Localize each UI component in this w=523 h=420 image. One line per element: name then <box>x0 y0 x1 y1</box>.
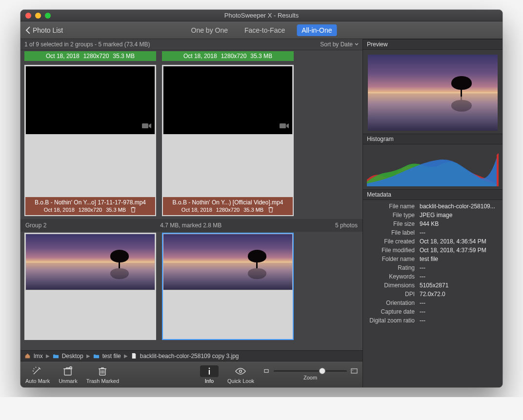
metadata-key: File type <box>366 212 420 219</box>
metadata-key: Keywords <box>366 273 420 280</box>
svg-rect-1 <box>280 123 286 128</box>
result-card[interactable]: B.o.B - Nothin' On Y...o] 17-11-17-978.m… <box>24 65 156 216</box>
back-label: Photo List <box>33 26 63 34</box>
metadata-key: Digital zoom ratio <box>366 317 420 324</box>
card-padding <box>163 290 293 339</box>
metadata-value: --- <box>420 264 498 271</box>
photo-thumbnail <box>163 234 293 290</box>
metadata-key: File size <box>366 220 420 227</box>
view-mode-segmented: One by One Face-to-Face All-in-One <box>186 24 337 36</box>
zoom-small-icon <box>263 368 270 374</box>
result-card[interactable] <box>24 233 156 340</box>
metadata-header: Metadata <box>363 189 503 200</box>
sort-menu[interactable]: Sort by Date <box>320 41 359 48</box>
auto-mark-button[interactable]: Auto Mark <box>25 365 50 384</box>
info-button[interactable]: Info <box>200 365 219 384</box>
metadata-value: --- <box>420 300 498 306</box>
trash-marked-button[interactable]: Trash Marked <box>86 365 119 384</box>
segment-all-in-one[interactable]: All-in-One <box>297 24 337 36</box>
back-to-photo-list[interactable]: Photo List <box>25 26 63 34</box>
button-label: Auto Mark <box>25 378 50 384</box>
metadata-key: Orientation <box>366 300 420 306</box>
result-card[interactable]: B.o.B - Nothin' On Y...) [Official Video… <box>162 65 294 216</box>
photo-thumbnail <box>25 234 155 290</box>
wand-icon <box>31 366 44 377</box>
metadata-row: Capture date--- <box>363 307 503 316</box>
zoom-label: Zoom <box>303 375 317 380</box>
metadata-value: --- <box>420 308 498 315</box>
metadata-key: File label <box>366 229 420 236</box>
trash-icon <box>130 206 137 213</box>
group2-row <box>20 232 362 343</box>
cap-size: 35.3 MB <box>243 207 263 213</box>
metadata-value: 5105x2871 <box>420 282 498 289</box>
zoom-slider-knob[interactable] <box>319 368 325 374</box>
metadata-value: Oct 18, 2018, 4:37:59 PM <box>420 247 498 254</box>
metadata-key: Folder name <box>366 256 420 262</box>
button-label: Quick Look <box>227 378 254 384</box>
cap-date: Oct 18, 2018 <box>183 53 217 60</box>
unmark-button[interactable]: Unmark <box>59 365 78 384</box>
svg-rect-2 <box>64 369 71 375</box>
segment-face-to-face[interactable]: Face-to-Face <box>240 24 290 36</box>
svg-rect-0 <box>142 123 148 128</box>
toolbar: Photo List One by One Face-to-Face All-i… <box>20 21 503 39</box>
chevron-left-icon <box>25 26 31 34</box>
cap-dims: 1280x720 <box>216 207 240 213</box>
info-icon <box>203 366 216 377</box>
metadata-key: Rating <box>366 264 420 271</box>
metadata-row: File createdOct 18, 2018, 4:36:54 PM <box>363 237 503 246</box>
group-summary: 4.7 MB, marked 2.8 MB <box>46 222 335 229</box>
metadata-row: File namebacklit-beach-color-258109... <box>363 202 503 211</box>
path-segment[interactable]: test file <box>102 353 121 360</box>
result-card-selected[interactable] <box>162 233 294 340</box>
path-separator: ▶ <box>86 353 90 359</box>
metadata-row: File typeJPEG image <box>363 211 503 220</box>
metadata-key: Dimensions <box>366 282 420 289</box>
button-label: Info <box>205 378 214 384</box>
group-label: Group 2 <box>25 222 46 229</box>
metadata-value: Oct 18, 2018, 4:36:54 PM <box>420 238 498 245</box>
metadata-value: 944 KB <box>420 220 498 227</box>
video-icon <box>142 122 152 131</box>
file-caption: Oct 18, 2018 1280x720 35.3 MB <box>24 51 156 61</box>
zoom-slider[interactable] <box>274 370 347 372</box>
histogram-header: Histogram <box>363 134 503 144</box>
status-strip: 1 of 9 selected in 2 groups - 5 marked (… <box>20 39 362 50</box>
svg-point-6 <box>240 370 242 372</box>
body: 1 of 9 selected in 2 groups - 5 marked (… <box>20 39 503 387</box>
button-label: Trash Marked <box>86 378 119 384</box>
svg-point-9 <box>352 370 353 371</box>
results-scroll[interactable]: Oct 18, 2018 1280x720 35.3 MB Oct 18, 20… <box>20 50 362 350</box>
segment-one-by-one[interactable]: One by One <box>186 24 233 36</box>
video-thumbnail <box>25 66 155 134</box>
metadata-list[interactable]: File namebacklit-beach-color-258109... F… <box>363 200 503 387</box>
video-icon <box>280 122 289 131</box>
metadata-key: DPI <box>366 291 420 298</box>
metadata-value: --- <box>420 317 498 324</box>
metadata-key: File created <box>366 238 420 245</box>
metadata-row: File label--- <box>363 228 503 237</box>
folder-icon <box>53 353 59 359</box>
app-window: PhotoSweeper X - Results Photo List One … <box>20 10 503 387</box>
metadata-row: Keywords--- <box>363 272 503 281</box>
group1-caps-row: Oct 18, 2018 1280x720 35.3 MB Oct 18, 20… <box>20 50 362 64</box>
card-padding <box>25 134 155 197</box>
path-segment[interactable]: lmx <box>34 353 43 360</box>
sort-label: Sort by Date <box>320 41 353 48</box>
side-panel: Preview Histogram Metadata File <box>362 39 503 387</box>
selection-status: 1 of 9 selected in 2 groups - 5 marked (… <box>24 41 150 48</box>
metadata-key: File name <box>366 203 420 210</box>
cap-dims: 1280x720 <box>83 53 109 60</box>
cap-size: 35.3 MB <box>113 53 135 60</box>
button-label: Unmark <box>59 378 78 384</box>
preview-image[interactable] <box>368 55 498 131</box>
quick-look-button[interactable]: Quick Look <box>227 365 254 384</box>
path-segment[interactable]: Desktop <box>62 353 83 360</box>
path-segment-file[interactable]: backlit-beach-color-258109 copy 3.jpg <box>140 353 239 360</box>
home-icon <box>24 353 31 359</box>
metadata-key: Capture date <box>366 308 420 315</box>
card-padding <box>25 290 155 339</box>
path-separator: ▶ <box>124 353 128 359</box>
metadata-key: File modified <box>366 247 420 254</box>
